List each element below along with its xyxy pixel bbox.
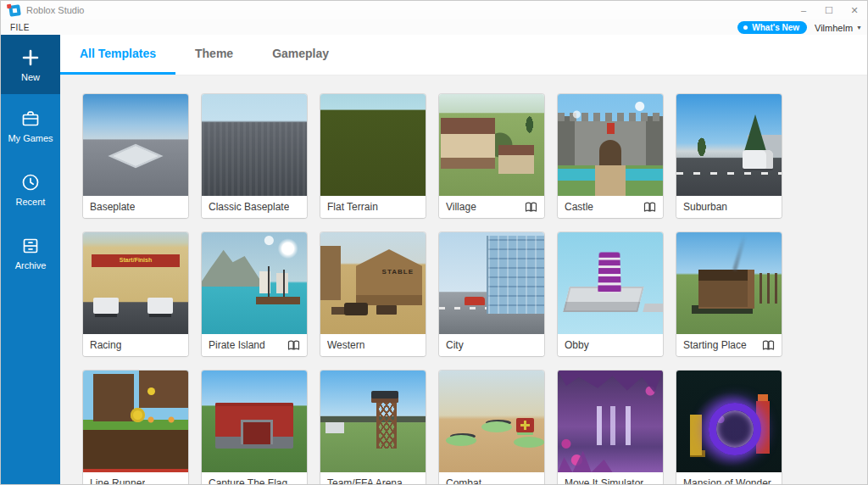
template-name: Classic Baseplate	[209, 201, 289, 213]
template-label-bar: Capture The Flag	[202, 472, 307, 485]
template-thumbnail	[202, 232, 307, 334]
template-name: Mansion of Wonder	[683, 477, 771, 485]
clock-icon	[20, 172, 41, 192]
tab-gameplay[interactable]: Gameplay	[253, 35, 348, 75]
template-card-village[interactable]: Village	[439, 94, 544, 218]
user-menu[interactable]: Vilmhelm ▼	[815, 23, 862, 33]
sidebar-item-label: Recent	[16, 197, 46, 207]
template-thumbnail	[558, 232, 663, 334]
template-name: Pirate Island	[209, 339, 265, 351]
template-thumbnail	[83, 371, 188, 472]
template-name: Village	[446, 201, 476, 213]
tab-all-templates[interactable]: All Templates	[60, 35, 175, 75]
template-label-bar: City	[439, 334, 544, 356]
template-name: Racing	[90, 339, 121, 351]
minimize-button[interactable]: –	[791, 1, 816, 20]
chevron-down-icon: ▼	[856, 25, 862, 31]
template-thumbnail	[676, 371, 782, 472]
template-thumbnail	[320, 94, 426, 196]
tab-theme[interactable]: Theme	[175, 35, 253, 75]
template-card-racing[interactable]: Start/Finish Racing	[83, 232, 188, 356]
template-card-obby[interactable]: Obby	[558, 232, 663, 356]
template-card-western[interactable]: STABLE Western	[320, 232, 426, 356]
template-label-bar: Suburban	[676, 196, 782, 218]
username-label: Vilmhelm	[815, 23, 853, 33]
maximize-button[interactable]: ☐	[816, 1, 842, 20]
template-label-bar: Line Runner	[83, 472, 188, 485]
template-thumbnail	[202, 94, 307, 196]
roblox-studio-logo-icon	[8, 4, 21, 17]
template-name: Team/FFA Arena	[327, 477, 403, 485]
template-card-capture-the-flag[interactable]: Capture The Flag	[202, 371, 307, 485]
sidebar-item-label: My Games	[8, 133, 53, 143]
template-thumbnail	[676, 94, 782, 196]
file-menu[interactable]: FILE	[10, 23, 30, 32]
tab-strip: All TemplatesThemeGameplay	[60, 35, 868, 75]
template-card-suburban[interactable]: Suburban	[676, 94, 782, 218]
template-label-bar: Mansion of Wonder	[676, 472, 782, 485]
template-card-pirate-island[interactable]: Pirate Island	[202, 232, 307, 356]
template-name: Starting Place	[683, 339, 747, 351]
template-name: Suburban	[683, 201, 727, 213]
briefcase-icon	[20, 109, 41, 129]
sidebar-item-recent[interactable]: Recent	[1, 158, 60, 221]
template-thumbnail	[202, 371, 307, 472]
template-thumbnail	[439, 371, 544, 472]
whats-new-label: What's New	[752, 21, 799, 34]
template-label-bar: Baseplate	[83, 196, 188, 218]
sidebar-item-new[interactable]: New	[1, 35, 60, 94]
template-thumbnail: STABLE	[320, 232, 426, 334]
template-label-bar: Village	[439, 196, 544, 218]
template-label-bar: Flat Terrain	[320, 196, 426, 218]
template-label-bar: Castle	[558, 196, 663, 218]
close-button[interactable]: ✕	[842, 1, 867, 20]
template-name: Capture The Flag	[209, 477, 287, 485]
sidebar-item-my-games[interactable]: My Games	[1, 94, 60, 158]
menubar-right: What's New Vilmhelm ▼	[737, 21, 862, 34]
template-card-starting-place[interactable]: Starting Place	[676, 232, 782, 356]
template-name: Western	[327, 339, 364, 351]
template-thumbnail	[439, 232, 544, 334]
sidebar: NewMy GamesRecentArchive	[1, 35, 60, 485]
template-label-bar: Move It Simulator	[558, 472, 663, 485]
guide-book-icon	[287, 340, 300, 351]
thumbnail-overlay-text: STABLE	[382, 268, 414, 276]
template-thumbnail	[320, 371, 426, 472]
template-card-castle[interactable]: Castle	[558, 94, 663, 218]
template-card-flat-terrain[interactable]: Flat Terrain	[320, 94, 426, 218]
whats-new-button[interactable]: What's New	[737, 21, 807, 34]
archive-icon	[20, 236, 41, 256]
title-bar: Roblox Studio –☐✕	[1, 1, 867, 20]
template-label-bar: Western	[320, 334, 426, 356]
template-gallery: Baseplate Classic Baseplate Flat Terrain	[60, 75, 868, 485]
sidebar-item-label: Archive	[15, 260, 47, 270]
template-thumbnail: Start/Finish	[83, 232, 188, 334]
sidebar-item-label: New	[21, 72, 40, 82]
guide-book-icon	[762, 340, 775, 351]
sidebar-item-archive[interactable]: Archive	[1, 221, 60, 285]
template-card-move-it-simulator[interactable]: Move It Simulator	[558, 371, 663, 485]
template-card-combat[interactable]: Combat	[439, 371, 544, 485]
template-label-bar: Pirate Island	[202, 334, 307, 356]
template-thumbnail	[439, 94, 544, 196]
template-name: Obby	[565, 339, 589, 351]
window-controls: –☐✕	[791, 1, 867, 20]
template-label-bar: Combat	[439, 472, 544, 485]
template-label-bar: Starting Place	[676, 334, 782, 356]
template-grid: Baseplate Classic Baseplate Flat Terrain	[83, 94, 804, 485]
template-thumbnail	[558, 371, 663, 472]
template-card-mansion-of-wonder[interactable]: Mansion of Wonder	[676, 371, 782, 485]
template-card-team-ffa-arena[interactable]: Team/FFA Arena	[320, 371, 426, 485]
template-name: Line Runner	[90, 477, 145, 485]
template-name: Move It Simulator	[565, 477, 643, 485]
template-card-classic-baseplate[interactable]: Classic Baseplate	[202, 94, 307, 218]
notification-dot-icon	[743, 25, 748, 30]
template-card-city[interactable]: City	[439, 232, 544, 356]
template-card-line-runner[interactable]: Line Runner	[83, 371, 188, 485]
window-title: Roblox Studio	[26, 5, 85, 15]
guide-book-icon	[525, 202, 537, 213]
template-label-bar: Obby	[558, 334, 663, 356]
template-thumbnail	[676, 232, 782, 334]
template-card-baseplate[interactable]: Baseplate	[83, 94, 188, 218]
template-name: Baseplate	[90, 201, 135, 213]
